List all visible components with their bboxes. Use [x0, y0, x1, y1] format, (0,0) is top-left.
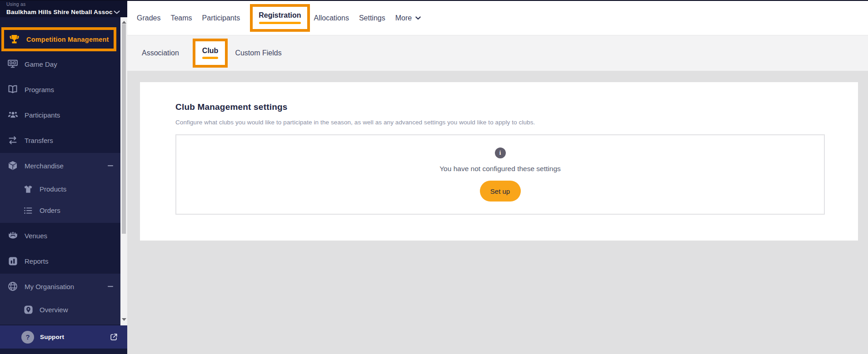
sidebar-item-label: Products	[40, 185, 66, 193]
sidebar-item-label: My Organisation	[25, 283, 74, 290]
tab-registration[interactable]: Registration	[259, 11, 301, 19]
package-icon	[7, 160, 19, 171]
sidebar-item-label: Transfers	[25, 137, 53, 144]
registration-annotation-box: Registration	[250, 4, 309, 32]
sub-nav: Association Club Custom Fields	[127, 35, 868, 71]
list-icon	[23, 205, 34, 216]
more-label: More	[395, 14, 412, 22]
sidebar-item-orders[interactable]: Orders	[0, 200, 120, 221]
sidebar-item-products[interactable]: Products	[0, 178, 120, 200]
transfer-arrows-icon	[7, 135, 19, 146]
open-book-icon	[7, 84, 19, 95]
sidebar-item-participants[interactable]: Participants	[0, 102, 120, 128]
club-management-card: Club Management settings Configure what …	[140, 82, 858, 241]
question-mark-icon: ?	[21, 331, 34, 344]
scroll-up-arrow-icon[interactable]	[122, 21, 126, 24]
sidebar-item-competition-management[interactable]: Competition Management	[1, 27, 116, 51]
sidebar-item-label: Reports	[25, 257, 49, 265]
subtab-association[interactable]: Association	[142, 49, 179, 57]
collapse-minus-icon[interactable]	[108, 165, 113, 167]
sidebar-item-label: Overview	[40, 306, 68, 314]
chevron-down-icon	[114, 8, 120, 16]
top-nav: Grades Teams Participants Registration A…	[127, 1, 868, 35]
sidebar-item-label: Programs	[25, 86, 54, 93]
sidebar-item-venues[interactable]: Venues	[0, 223, 120, 248]
scroll-down-arrow-icon[interactable]	[122, 318, 126, 321]
sidebar-item-label: Venues	[25, 232, 47, 240]
tab-teams[interactable]: Teams	[170, 14, 192, 22]
info-icon: i	[495, 148, 506, 158]
sidebar: Using as Baulkham Hills Shire Netball As…	[0, 0, 127, 354]
support-label: Support	[40, 334, 64, 340]
tshirt-icon	[23, 184, 34, 195]
sidebar-item-game-day[interactable]: Game Day	[0, 51, 120, 77]
collapse-minus-icon[interactable]	[108, 286, 113, 287]
sidebar-item-label: Merchandise	[25, 162, 64, 170]
set-up-button[interactable]: Set up	[480, 181, 521, 202]
chevron-down-icon	[415, 16, 421, 20]
sidebar-item-label: Participants	[25, 111, 60, 119]
support-button[interactable]: ? Support	[0, 325, 127, 349]
empty-state-message: You have not configured these settings	[439, 165, 561, 173]
trophy-icon	[8, 34, 20, 45]
org-name: Baulkham Hills Shire Netball Assoc	[6, 9, 114, 15]
club-annotation-box: Club	[193, 39, 228, 68]
tab-participants[interactable]: Participants	[202, 14, 240, 22]
external-link-icon	[110, 333, 118, 341]
scoreboard-icon	[7, 59, 19, 69]
stadium-icon	[7, 230, 19, 241]
sidebar-item-merchandise[interactable]: Merchandise	[0, 153, 120, 178]
people-icon	[7, 109, 19, 120]
scrollbar-thumb[interactable]	[122, 24, 126, 234]
globe-icon	[7, 281, 19, 292]
sidebar-item-label: Competition Management	[26, 36, 109, 43]
sidebar-item-programs[interactable]: Programs	[0, 77, 120, 102]
main-content: Club Management settings Configure what …	[127, 71, 868, 354]
sidebar-item-reports[interactable]: Reports	[0, 248, 120, 274]
org-switcher[interactable]: Using as Baulkham Hills Shire Netball As…	[0, 0, 127, 17]
empty-state-panel: i You have not configured these settings…	[175, 134, 825, 215]
location-pin-icon	[23, 305, 34, 315]
sidebar-nav: Competition Management Game Day	[0, 17, 120, 324]
sidebar-section-merchandise: Merchandise Products	[0, 153, 120, 223]
sidebar-section-my-organisation: My Organisation Overview	[0, 274, 120, 324]
subtab-club[interactable]: Club	[202, 47, 219, 54]
tab-settings[interactable]: Settings	[359, 14, 385, 22]
sidebar-item-overview[interactable]: Overview	[0, 299, 120, 320]
page-title: Club Management settings	[175, 102, 823, 112]
sidebar-item-label: Orders	[40, 206, 60, 214]
sidebar-scrollbar[interactable]	[120, 17, 127, 325]
tab-allocations[interactable]: Allocations	[314, 14, 349, 22]
bar-chart-icon	[7, 256, 19, 266]
sidebar-item-my-organisation[interactable]: My Organisation	[0, 274, 120, 299]
sidebar-item-label: Game Day	[25, 60, 57, 68]
subtab-custom-fields[interactable]: Custom Fields	[235, 49, 281, 57]
sidebar-item-transfers[interactable]: Transfers	[0, 128, 120, 153]
window-top-border	[0, 0, 868, 1]
tab-more[interactable]: More	[395, 14, 421, 22]
using-as-label: Using as	[6, 1, 121, 7]
page-description: Configure what clubs you would like to p…	[175, 119, 823, 126]
tab-grades[interactable]: Grades	[137, 14, 160, 22]
